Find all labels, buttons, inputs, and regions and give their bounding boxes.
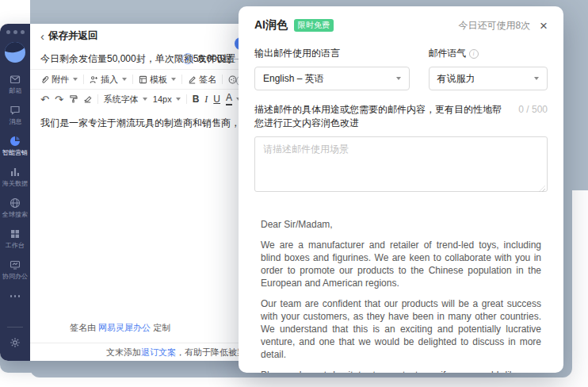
sidebar-item-label: 全球搜索 [2, 210, 28, 219]
chevron-down-icon [176, 98, 181, 101]
unsubscribe-copy-link[interactable]: 退订文案 [141, 347, 176, 357]
hint-prefix: 文末添加 [106, 347, 141, 357]
sidebar-item-smart-marketing[interactable]: 智能营销 [2, 136, 29, 158]
chat-icon [10, 105, 21, 116]
settings-button[interactable] [10, 337, 21, 351]
insert-label: 插入 [101, 74, 118, 86]
limited-free-badge: 限时免费 [294, 19, 334, 32]
chevron-down-icon [534, 77, 539, 80]
sidebar-item-collab-office[interactable]: 协同办公 [2, 259, 29, 282]
info-icon[interactable]: i [469, 49, 479, 59]
modal-title: AI润色 [254, 18, 288, 33]
sidebar-item-label: 邮箱 [9, 86, 21, 95]
template-label: 模板 [150, 74, 167, 86]
font-size-select[interactable]: 14px [153, 94, 181, 104]
output-language-select[interactable]: English – 英语 [254, 67, 410, 90]
paperclip-icon [40, 75, 49, 84]
sidebar-item-label: 工作台 [6, 241, 25, 250]
chevron-down-icon [171, 78, 176, 81]
screenshot-canvas: 邮箱 消息 智能营销 海关数据 [0, 0, 588, 387]
window-controls[interactable] [6, 30, 25, 34]
font-color-icon: A [226, 93, 232, 105]
check-circle-icon: ✓ [182, 53, 193, 64]
char-counter: 0 / 500 [518, 104, 548, 115]
back-chevron-icon: ‹ [40, 30, 44, 42]
bold-button[interactable]: B [193, 94, 200, 105]
ai-polish-modal: AI润色 限时免费 今日还可使用8次 × 输出邮件使用的语言 English –… [239, 6, 563, 373]
sidebar-item-label: 协同办公 [2, 272, 28, 281]
sidebar-divider [7, 327, 23, 328]
save-and-return-label: 保存并返回 [48, 29, 98, 43]
email-preview: Dear Sir/Madam, We are a manufacturer an… [239, 218, 563, 373]
email-paragraph: We are a manufacturer and retailer of tr… [261, 239, 541, 289]
output-language-value: English – 英语 [263, 72, 324, 86]
sidebar-item-label: 消息 [9, 117, 21, 126]
daily-quota-text: 今日还可使用8次 [458, 19, 530, 33]
email-paragraph: Dear Sir/Madam, [261, 218, 541, 231]
monitor-icon [10, 259, 21, 270]
scene-description-input[interactable] [254, 136, 548, 192]
font-family-value: 系统字体 [104, 94, 139, 105]
app-sidebar: 邮箱 消息 智能营销 海关数据 [0, 24, 30, 361]
underline-button[interactable]: U [213, 94, 220, 105]
ellipsis-icon [10, 295, 21, 297]
attachment-label: 附件 [52, 74, 69, 86]
gear-icon [10, 337, 21, 351]
email-paragraph: Please do not hesitate to contact us if … [261, 369, 541, 373]
close-icon[interactable]: × [540, 19, 548, 33]
pie-chart-icon [10, 136, 21, 147]
sidebar-item-label: 智能营销 [2, 148, 28, 157]
globe-icon [10, 197, 21, 209]
tone-select[interactable]: 有说服力 [429, 67, 548, 90]
chevron-down-icon [396, 77, 401, 80]
output-language-label: 输出邮件使用的语言 [254, 47, 410, 60]
chevron-down-icon [143, 98, 147, 101]
format-painter-button[interactable] [69, 94, 78, 105]
bar-chart-icon [10, 167, 21, 178]
sidebar-item-global-search[interactable]: 全球搜索 [2, 197, 29, 220]
clear-format-button[interactable] [83, 94, 92, 105]
lingxi-office-link[interactable]: 网易灵犀办公 [98, 323, 151, 332]
sidebar-item-more[interactable] [10, 290, 21, 297]
template-icon [139, 75, 147, 84]
sidebar-item-workbench[interactable]: 工作台 [5, 228, 25, 251]
email-paragraph: Our team are confident that our products… [261, 297, 541, 361]
modal-header: AI润色 限时免费 今日还可使用8次 × [254, 18, 548, 33]
italic-button[interactable]: I [204, 94, 208, 105]
tone-label: 邮件语气 [429, 47, 467, 60]
avatar[interactable] [5, 42, 25, 63]
pen-icon [188, 75, 197, 84]
signature-note: 签名由 网易灵犀办公 定制 [70, 322, 170, 334]
redo-button[interactable]: ↷ [55, 94, 63, 105]
sidebar-item-label: 海关数据 [2, 179, 28, 188]
signature-label: 签名 [199, 74, 216, 86]
description-label: 描述邮件的具体用途或您需要的邮件内容，更有目的性地帮您进行正文内容润色改进 [254, 103, 510, 130]
insert-button[interactable]: 插入 [90, 74, 127, 86]
sidebar-item-messages[interactable]: 消息 [9, 105, 22, 127]
signature-button[interactable]: 签名 [188, 74, 216, 86]
font-size-value: 14px [153, 94, 172, 104]
sidebar-item-customs-data[interactable]: 海关数据 [2, 167, 29, 189]
template-button[interactable]: 模板 [139, 74, 176, 86]
undo-button[interactable]: ↶ [40, 94, 49, 105]
attachment-button[interactable]: 附件 [40, 74, 78, 86]
mail-icon [10, 74, 21, 85]
font-family-select[interactable]: 系统字体 [104, 94, 147, 105]
send-settings-button[interactable]: ✓ 发件设置 [182, 52, 235, 66]
sidebar-item-mail[interactable]: 邮箱 [9, 74, 22, 96]
tone-value: 有说服力 [437, 72, 475, 86]
person-plus-icon [90, 75, 98, 84]
signature-prefix: 签名由 [70, 323, 96, 332]
signature-suffix: 定制 [153, 323, 170, 332]
chevron-down-icon [73, 78, 78, 81]
chevron-down-icon [122, 78, 127, 81]
grid-icon [10, 228, 21, 239]
